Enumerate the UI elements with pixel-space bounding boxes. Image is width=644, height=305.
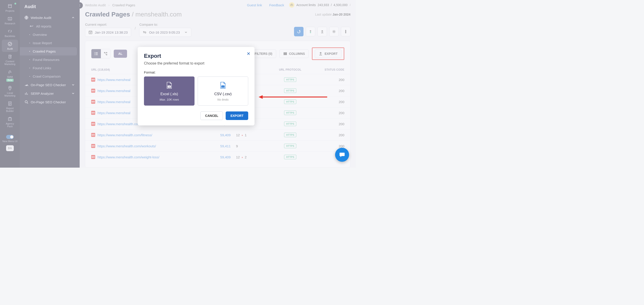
format-option-excel[interactable]: xExcel (.xls)Max. 10K rows <box>144 76 194 106</box>
svg-text:csv: csv <box>222 86 224 88</box>
modal-title: Export <box>144 53 248 59</box>
export-modal: ✕ Export Choose the preferred format to … <box>138 47 254 126</box>
modal-close-button[interactable]: ✕ <box>247 51 250 56</box>
format-option-csv[interactable]: csvCSV (.csv)No limits <box>198 76 248 106</box>
modal-export-button[interactable]: EXPORT <box>226 112 248 120</box>
chat-fab[interactable] <box>335 148 349 162</box>
svg-text:x: x <box>168 86 170 88</box>
modal-subtitle: Choose the preferred format to export <box>144 61 248 66</box>
modal-cancel-button[interactable]: CANCEL <box>200 112 223 120</box>
